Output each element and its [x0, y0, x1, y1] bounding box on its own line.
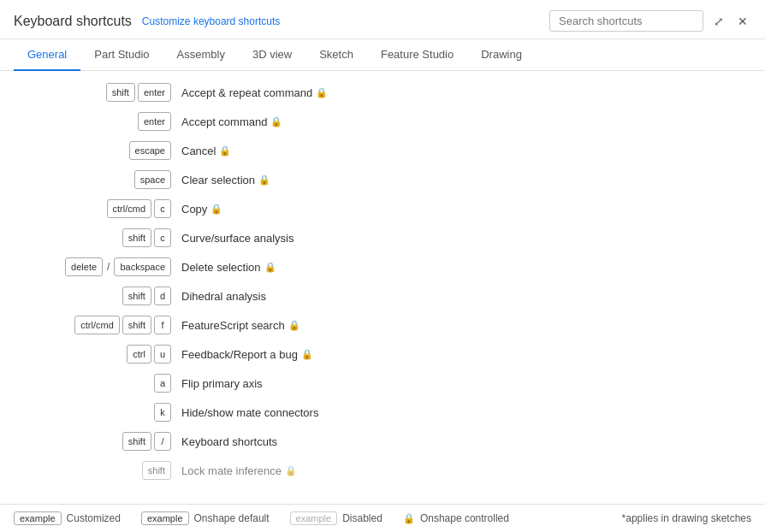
header-left: Keyboard shortcuts Customize keyboard sh…	[14, 14, 280, 29]
legend-disabled-box: example	[290, 511, 338, 525]
legend-default: example Onshape default	[141, 511, 270, 525]
shortcut-label: Accept command	[181, 115, 267, 128]
lock-icon: 🔒	[301, 349, 313, 360]
legend-default-text: Onshape default	[194, 512, 270, 524]
shortcut-row: shift enter Accept & repeat command 🔒	[0, 78, 765, 107]
label-area: Accept & repeat command 🔒	[181, 86, 731, 99]
shortcut-row: space Clear selection 🔒	[0, 165, 765, 194]
lock-icon: 🔒	[285, 465, 297, 476]
shortcut-label: Copy	[181, 203, 207, 216]
keys-area: escape	[0, 141, 171, 160]
key-c: c	[154, 228, 171, 247]
shortcut-row: k Hide/show mate connectors	[0, 398, 765, 427]
tab-3d-view[interactable]: 3D view	[239, 39, 305, 71]
shortcut-row: shift Lock mate inference 🔒	[0, 456, 765, 485]
label-area: Delete selection 🔒	[181, 261, 731, 274]
shortcut-label: Feedback/Report a bug	[181, 348, 298, 361]
footer-note: *applies in drawing sketches	[622, 512, 751, 524]
key-a: a	[154, 374, 171, 393]
key-shift: shift	[122, 287, 151, 305]
lock-icon: 🔒	[270, 116, 282, 127]
shortcut-label: Dihedral analysis	[181, 290, 266, 303]
key-slash: /	[154, 432, 171, 451]
label-area: FeatureScript search 🔒	[181, 319, 731, 332]
keys-area: shift d	[0, 287, 171, 305]
label-area: Hide/show mate connectors	[181, 406, 731, 419]
shortcut-label: Accept & repeat command	[181, 86, 312, 99]
key-k: k	[154, 403, 171, 422]
shortcut-label: Lock mate inference	[181, 464, 282, 477]
label-area: Flip primary axis	[181, 377, 731, 390]
lock-icon: 🔒	[211, 204, 222, 215]
shortcut-row: ctrl u Feedback/Report a bug 🔒	[0, 340, 765, 369]
label-area: Lock mate inference 🔒	[181, 464, 731, 477]
tab-assembly[interactable]: Assembly	[163, 39, 239, 71]
keys-area: ctrl u	[0, 345, 171, 364]
tab-part-studio[interactable]: Part Studio	[80, 39, 163, 71]
lock-icon: 🔒	[316, 87, 328, 98]
key-shift: shift	[106, 83, 135, 102]
customize-link[interactable]: Customize keyboard shortcuts	[142, 15, 280, 27]
keys-area: delete / backspace	[0, 257, 171, 276]
key-delete: delete	[65, 257, 103, 276]
keys-area: shift enter	[0, 83, 171, 102]
shortcut-row: escape Cancel 🔒	[0, 136, 765, 165]
key-ctrl: ctrl	[127, 345, 151, 364]
legend-disabled-text: Disabled	[342, 512, 382, 524]
keys-area: ctrl/cmd c	[0, 199, 171, 218]
search-input[interactable]	[549, 10, 703, 32]
keys-area: shift /	[0, 432, 171, 451]
legend-customized-box: example	[14, 511, 62, 525]
tabs-bar: General Part Studio Assembly 3D view Ske…	[0, 39, 765, 71]
key-backspace: backspace	[114, 257, 171, 276]
key-ctrl-cmd: ctrl/cmd	[74, 316, 120, 334]
label-area: Keyboard shortcuts	[181, 435, 731, 448]
shortcut-row: enter Accept command 🔒	[0, 107, 765, 136]
key-f: f	[154, 316, 171, 334]
lock-icon: 🔒	[264, 262, 276, 273]
key-escape: escape	[129, 141, 171, 160]
tab-feature-studio[interactable]: Feature Studio	[367, 39, 467, 71]
label-area: Accept command 🔒	[181, 115, 731, 128]
label-area: Feedback/Report a bug 🔒	[181, 348, 731, 361]
lock-icon: 🔒	[219, 145, 231, 157]
keys-area: shift c	[0, 228, 171, 247]
key-u: u	[154, 345, 171, 364]
key-space: space	[134, 170, 171, 189]
key-shift: shift	[122, 316, 151, 334]
key-shift: shift	[142, 461, 171, 480]
shortcut-label: Cancel	[181, 145, 216, 157]
legend-customized-text: Customized	[67, 512, 121, 524]
shortcut-label: Keyboard shortcuts	[181, 435, 277, 448]
key-enter: enter	[138, 83, 171, 102]
key-shift: shift	[122, 432, 151, 451]
keys-area: a	[0, 374, 171, 393]
key-ctrl-cmd: ctrl/cmd	[107, 199, 152, 218]
key-c: c	[154, 199, 171, 218]
label-area: Curve/surface analysis	[181, 232, 731, 245]
keys-area: k	[0, 403, 171, 422]
keys-area: shift	[0, 461, 171, 480]
shortcut-row: shift d Dihedral analysis	[0, 281, 765, 310]
shortcut-row: ctrl/cmd c Copy 🔒	[0, 194, 765, 223]
header: Keyboard shortcuts Customize keyboard sh…	[0, 0, 765, 39]
shortcut-row: ctrl/cmd shift f FeatureScript search 🔒	[0, 310, 765, 340]
legend-disabled: example Disabled	[290, 511, 382, 525]
legend-controlled-text: Onshape controlled	[420, 512, 509, 524]
label-area: Clear selection 🔒	[181, 174, 731, 186]
legend-controlled: 🔒 Onshape controlled	[403, 512, 509, 524]
key-shift: shift	[122, 228, 151, 247]
close-button[interactable]: ✕	[734, 13, 751, 30]
expand-button[interactable]: ⤢	[710, 13, 727, 30]
shortcut-row: shift c Curve/surface analysis	[0, 223, 765, 252]
tab-drawing[interactable]: Drawing	[467, 39, 536, 71]
key-separator: /	[107, 261, 110, 273]
tab-general[interactable]: General	[14, 39, 80, 71]
tab-sketch[interactable]: Sketch	[305, 39, 367, 71]
lock-controlled-icon: 🔒	[403, 513, 415, 524]
lock-icon: 🔒	[258, 174, 270, 186]
key-enter: enter	[138, 112, 171, 131]
shortcut-label: Clear selection	[181, 174, 255, 186]
shortcut-row: a Flip primary axis	[0, 369, 765, 398]
lock-icon: 🔒	[288, 320, 300, 331]
